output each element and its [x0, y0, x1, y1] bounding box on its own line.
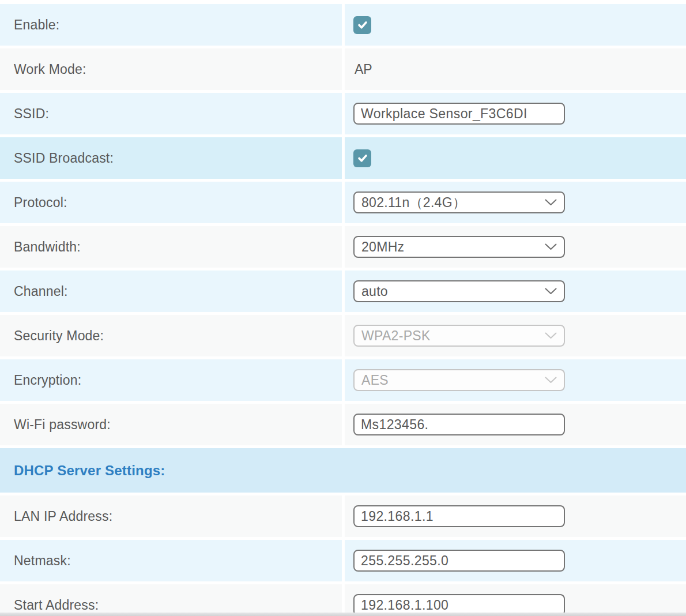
start-address-label: Start Address:	[14, 598, 99, 613]
security-mode-label: Security Mode:	[14, 328, 104, 344]
value-cell	[345, 4, 686, 46]
lan-ip-input[interactable]	[353, 505, 565, 527]
value-cell	[345, 495, 686, 537]
row-start-address: Start Address:	[0, 584, 686, 616]
bandwidth-select[interactable]: 20MHz	[353, 236, 565, 258]
label-cell: SSID:	[0, 93, 342, 134]
wifi-password-input[interactable]	[353, 414, 565, 435]
wifi-password-label: Wi-Fi password:	[14, 417, 111, 433]
row-netmask: Netmask:	[0, 540, 686, 581]
enable-label: Enable:	[14, 17, 59, 33]
value-cell: AES	[345, 359, 686, 401]
chevron-down-icon	[545, 332, 557, 339]
ssid-broadcast-checkbox[interactable]	[353, 149, 371, 167]
row-wifi-password: Wi-Fi password:	[0, 404, 686, 445]
row-lan-ip: LAN IP Address:	[0, 495, 686, 537]
label-cell: Enable:	[0, 4, 342, 46]
protocol-select[interactable]: 802.11n（2.4G）	[353, 191, 565, 213]
label-cell: Protocol:	[0, 182, 342, 223]
encryption-label: Encryption:	[14, 373, 81, 388]
label-cell: SSID Broadcast:	[0, 137, 342, 179]
value-cell: WPA2-PSK	[345, 315, 686, 356]
value-cell	[345, 584, 686, 616]
value-cell: 20MHz	[345, 226, 686, 268]
row-channel: Channel:auto	[0, 271, 686, 312]
ssid-input[interactable]	[353, 103, 565, 125]
label-cell: Work Mode:	[0, 48, 342, 90]
wifi-settings-page: Enable:Work Mode:APSSID:SSID Broadcast:P…	[0, 0, 686, 616]
label-cell: LAN IP Address:	[0, 495, 342, 537]
chevron-down-icon	[545, 377, 557, 384]
settings-table: Enable:Work Mode:APSSID:SSID Broadcast:P…	[0, 0, 686, 616]
chevron-down-icon	[545, 288, 557, 295]
ssid-label: SSID:	[14, 106, 49, 122]
lan-ip-label: LAN IP Address:	[14, 509, 112, 524]
bandwidth-selected-value: 20MHz	[361, 239, 404, 255]
section-title: DHCP Server Settings:	[0, 463, 165, 479]
value-cell	[345, 404, 686, 445]
bottom-edge-shadow	[0, 613, 686, 616]
value-cell	[345, 93, 686, 134]
label-cell: Bandwidth:	[0, 226, 342, 268]
ssid-broadcast-label: SSID Broadcast:	[14, 151, 114, 166]
row-ssid-broadcast: SSID Broadcast:	[0, 137, 686, 179]
section-header-dhcp-header: DHCP Server Settings:	[0, 448, 686, 493]
protocol-label: Protocol:	[14, 195, 67, 211]
bandwidth-label: Bandwidth:	[14, 239, 81, 255]
row-enable: Enable:	[0, 4, 686, 46]
row-work-mode: Work Mode:AP	[0, 48, 686, 90]
channel-select[interactable]: auto	[353, 280, 565, 302]
encryption-selected-value: AES	[361, 373, 389, 388]
security-mode-selected-value: WPA2-PSK	[361, 328, 431, 344]
label-cell: Encryption:	[0, 359, 342, 401]
value-cell: 802.11n（2.4G）	[345, 182, 686, 223]
label-cell: Start Address:	[0, 584, 342, 616]
row-ssid: SSID:	[0, 93, 686, 134]
channel-selected-value: auto	[361, 284, 388, 299]
chevron-down-icon	[545, 199, 557, 206]
label-cell: Wi-Fi password:	[0, 404, 342, 445]
checkmark-icon	[356, 152, 369, 164]
chevron-down-icon	[545, 243, 557, 250]
checkmark-icon	[356, 18, 369, 31]
work-mode-label: Work Mode:	[14, 62, 86, 77]
netmask-input[interactable]	[353, 550, 565, 572]
work-mode-value: AP	[353, 62, 372, 77]
netmask-label: Netmask:	[14, 553, 71, 569]
label-cell: Channel:	[0, 271, 342, 312]
value-cell: AP	[345, 48, 686, 90]
row-bandwidth: Bandwidth:20MHz	[0, 226, 686, 268]
label-cell: Netmask:	[0, 540, 342, 581]
label-cell: Security Mode:	[0, 315, 342, 356]
protocol-selected-value: 802.11n（2.4G）	[361, 194, 466, 212]
row-protocol: Protocol:802.11n（2.4G）	[0, 182, 686, 223]
value-cell: auto	[345, 271, 686, 312]
channel-label: Channel:	[14, 284, 68, 299]
security-mode-select: WPA2-PSK	[353, 325, 565, 347]
encryption-select: AES	[353, 369, 565, 391]
value-cell	[345, 540, 686, 581]
enable-checkbox[interactable]	[353, 16, 371, 34]
row-encryption: Encryption:AES	[0, 359, 686, 401]
row-security-mode: Security Mode:WPA2-PSK	[0, 315, 686, 356]
value-cell	[345, 137, 686, 179]
